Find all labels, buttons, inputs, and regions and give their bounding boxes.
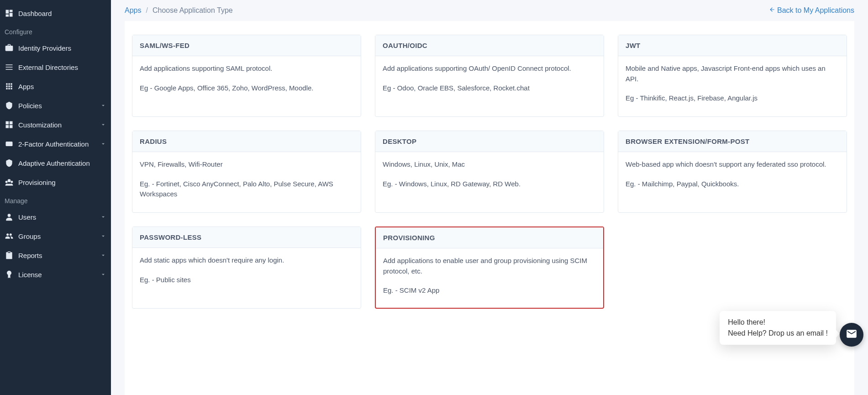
sidebar-item-users[interactable]: Users xyxy=(0,207,111,226)
sidebar-label: External Directories xyxy=(18,63,106,71)
card-title: JWT xyxy=(618,35,847,56)
card-title: OAUTH/OIDC xyxy=(375,35,604,56)
briefcase-icon xyxy=(5,43,14,53)
chevron-down-icon xyxy=(100,233,106,239)
sidebar-item-apps[interactable]: Apps xyxy=(0,77,111,96)
card-body: Windows, Linux, Unix, Mac Eg. - Windows,… xyxy=(375,152,604,212)
card-provisioning[interactable]: PROVISIONING Add applications to enable … xyxy=(375,226,604,309)
user-icon xyxy=(5,212,14,221)
card-desc: Add static apps which doesn't require an… xyxy=(140,255,353,266)
sidebar-label: Identity Providers xyxy=(18,44,106,52)
sidebar-item-dashboard[interactable]: Dashboard xyxy=(0,4,111,23)
card-browser-extension[interactable]: BROWSER EXTENSION/FORM-POST Web-based ap… xyxy=(618,131,847,213)
card-password-less[interactable]: PASSWORD-LESS Add static apps which does… xyxy=(132,226,361,309)
sidebar-section-manage: Manage xyxy=(0,192,111,207)
list-icon xyxy=(5,63,14,72)
card-title: PASSWORD-LESS xyxy=(132,227,361,248)
card-title: DESKTOP xyxy=(375,131,604,152)
breadcrumb-current: Choose Application Type xyxy=(153,6,233,15)
topbar: Apps / Choose Application Type Back to M… xyxy=(111,0,868,21)
apps-icon xyxy=(5,82,14,91)
sidebar-item-license[interactable]: License xyxy=(0,265,111,284)
sidebar-item-policies[interactable]: Policies xyxy=(0,96,111,115)
sidebar-item-groups[interactable]: Groups xyxy=(0,226,111,246)
sidebar-label: Reports xyxy=(18,252,100,259)
back-link-label: Back to My Applications xyxy=(777,6,854,15)
chevron-down-icon xyxy=(100,141,106,147)
app-type-grid: SAML/WS-FED Add applications supporting … xyxy=(132,35,847,309)
breadcrumb-separator: / xyxy=(146,6,147,15)
card-desc: Add applications to enable user and grou… xyxy=(383,256,596,276)
breadcrumb: Apps / Choose Application Type xyxy=(125,6,769,15)
card-example: Eg. - Fortinet, Cisco AnyConnect, Palo A… xyxy=(140,179,353,200)
chevron-down-icon xyxy=(100,271,106,278)
card-saml-ws-fed[interactable]: SAML/WS-FED Add applications supporting … xyxy=(132,35,361,117)
sidebar-label: Apps xyxy=(18,83,106,90)
arrow-left-icon xyxy=(769,6,775,15)
sidebar-label: 2-Factor Authentication xyxy=(18,140,100,148)
card-example: Eg - Odoo, Oracle EBS, Salesforce, Rocke… xyxy=(383,83,596,94)
chevron-down-icon xyxy=(100,214,106,220)
card-title: BROWSER EXTENSION/FORM-POST xyxy=(618,131,847,152)
sidebar-item-external-directories[interactable]: External Directories xyxy=(0,58,111,77)
card-body: Web-based app which doesn't support any … xyxy=(618,152,847,212)
chevron-down-icon xyxy=(100,102,106,109)
sidebar-item-identity-providers[interactable]: Identity Providers xyxy=(0,38,111,58)
card-example: Eg. - Public sites xyxy=(140,275,353,285)
sidebar-label: Users xyxy=(18,213,100,221)
card-title: RADIUS xyxy=(132,131,361,152)
card-desktop[interactable]: DESKTOP Windows, Linux, Unix, Mac Eg. - … xyxy=(375,131,604,213)
card-body: Mobile and Native apps, Javascript Front… xyxy=(618,56,847,116)
clipboard-icon xyxy=(5,251,14,260)
card-body: Add applications supporting SAML protoco… xyxy=(132,56,361,116)
card-desc: Web-based app which doesn't support any … xyxy=(626,159,839,170)
chat-prompt: Need Help? Drop us an email ! xyxy=(728,329,828,337)
sidebar-label: License xyxy=(18,271,100,279)
sidebar-label: Policies xyxy=(18,102,100,110)
card-body: VPN, Firewalls, Wifi-Router Eg. - Fortin… xyxy=(132,152,361,212)
groups-icon xyxy=(5,232,14,241)
back-to-applications-link[interactable]: Back to My Applications xyxy=(769,6,854,15)
chat-fab-button[interactable] xyxy=(840,323,863,347)
sidebar-label: Adaptive Authentication xyxy=(18,159,106,167)
card-oauth-oidc[interactable]: OAUTH/OIDC Add applications supporting O… xyxy=(375,35,604,117)
sidebar-item-reports[interactable]: Reports xyxy=(0,246,111,265)
customize-icon xyxy=(5,120,14,129)
card-title: PROVISIONING xyxy=(376,227,603,248)
svg-rect-0 xyxy=(6,142,13,146)
sidebar-item-provisioning[interactable]: Provisioning xyxy=(0,173,111,192)
badge-icon xyxy=(5,270,14,279)
chat-bubble[interactable]: Hello there! Need Help? Drop us an email… xyxy=(720,311,836,345)
two-factor-icon xyxy=(5,139,14,148)
sidebar-item-adaptive-auth[interactable]: Adaptive Authentication xyxy=(0,153,111,173)
shield-check-icon xyxy=(5,158,14,168)
provisioning-icon xyxy=(5,178,14,187)
card-body: Add applications supporting OAuth/ OpenI… xyxy=(375,56,604,116)
mail-icon xyxy=(846,328,857,342)
sidebar-label: Provisioning xyxy=(18,179,106,186)
card-desc: Add applications supporting OAuth/ OpenI… xyxy=(383,63,596,74)
card-title: SAML/WS-FED xyxy=(132,35,361,56)
sidebar-item-two-factor[interactable]: 2-Factor Authentication xyxy=(0,134,111,153)
dashboard-icon xyxy=(5,9,14,18)
card-example: Eg. - Windows, Linux, RD Gateway, RD Web… xyxy=(383,179,596,190)
card-example: Eg. - SCIM v2 App xyxy=(383,285,596,296)
card-body: Add static apps which doesn't require an… xyxy=(132,248,361,308)
chevron-down-icon xyxy=(100,121,106,128)
card-desc: Windows, Linux, Unix, Mac xyxy=(383,159,596,170)
sidebar-item-customization[interactable]: Customization xyxy=(0,115,111,134)
sidebar: Dashboard Configure Identity Providers E… xyxy=(0,0,111,395)
sidebar-label: Customization xyxy=(18,121,100,129)
card-jwt[interactable]: JWT Mobile and Native apps, Javascript F… xyxy=(618,35,847,117)
sidebar-label: Groups xyxy=(18,232,100,240)
sidebar-label: Dashboard xyxy=(18,10,106,17)
card-example: Eg. - Mailchimp, Paypal, Quickbooks. xyxy=(626,179,839,190)
chat-greeting: Hello there! xyxy=(728,318,828,327)
card-desc: VPN, Firewalls, Wifi-Router xyxy=(140,159,353,170)
sidebar-section-configure: Configure xyxy=(0,23,111,38)
card-desc: Add applications supporting SAML protoco… xyxy=(140,63,353,74)
breadcrumb-apps-link[interactable]: Apps xyxy=(125,6,141,15)
card-radius[interactable]: RADIUS VPN, Firewalls, Wifi-Router Eg. -… xyxy=(132,131,361,213)
chevron-down-icon xyxy=(100,252,106,258)
card-example: Eg - Google Apps, Office 365, Zoho, Word… xyxy=(140,83,353,94)
